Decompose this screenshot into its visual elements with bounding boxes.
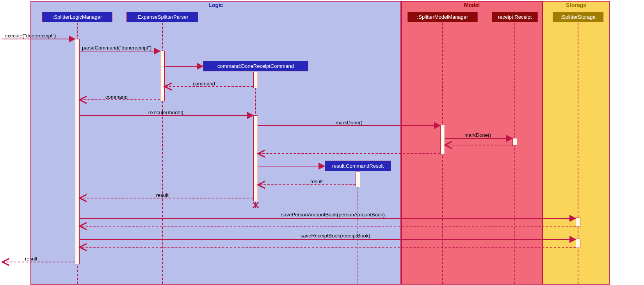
activation-storage-1 (576, 218, 580, 227)
lifeline-done-receipt-command: command:DoneReceiptCommand (203, 61, 308, 71)
activation-result (356, 172, 360, 187)
model-frame: Model (401, 1, 543, 285)
lifeline-parser: :ExpenseSplitterParser (126, 12, 198, 22)
destroy-icon (252, 201, 260, 209)
activation-storage-2 (576, 239, 580, 248)
label-execute-model: execute(model) (148, 110, 183, 115)
lifeline-line-receipt (514, 23, 515, 284)
label-parse-command: parseCommand("donereceipt") (82, 45, 151, 51)
storage-title: Storage (563, 1, 589, 9)
activation-receipt (512, 138, 517, 146)
activation-cmd-create (253, 72, 258, 88)
activation-parser (160, 51, 165, 101)
label-result-ret2: result (156, 192, 169, 198)
lifeline-line-result (358, 172, 358, 285)
label-command-ret1: command (193, 81, 215, 87)
label-mark-done2: markDone() (464, 132, 491, 138)
label-save-rb: saveReceiptBook(receiptBook) (301, 233, 370, 239)
lifeline-logic-manager: :SplitterLogicManager (42, 12, 112, 22)
activation-model-mgr (440, 125, 445, 154)
label-execute: execute("donereceipt") (5, 33, 56, 39)
logic-frame: Logic (30, 1, 401, 285)
logic-title: Logic (205, 1, 226, 9)
lifeline-command-result: result:CommandResult (325, 161, 391, 171)
lifeline-storage: :SplitterStorage (553, 12, 603, 22)
activation-logic-mgr (75, 39, 80, 264)
label-save-pab: savePersonAmountBook(personAmountBook) (281, 212, 385, 218)
model-title: Model (461, 1, 483, 9)
lifeline-receipt: receipt:Receipt (492, 12, 538, 22)
activation-cmd-exec (253, 115, 258, 201)
label-mark-done1: markDone() (336, 120, 363, 126)
label-result-ret1: result (310, 179, 323, 184)
label-result-final: result (25, 256, 37, 262)
label-command-ret2: command (105, 94, 128, 100)
lifeline-model-manager: :SplitterModelManager (407, 12, 478, 22)
